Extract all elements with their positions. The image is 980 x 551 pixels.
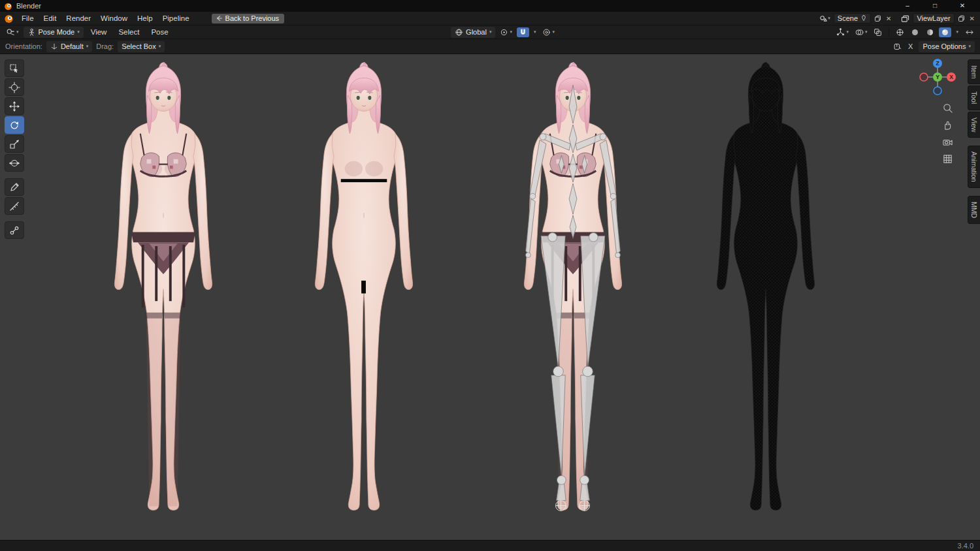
proportional-editing-toggle[interactable]: ▾ [540,27,557,37]
blender-window: Blender – □ ✕ File Edit Render Window He… [0,0,980,551]
editor-3d-viewport-icon [6,27,15,37]
shading-solid-icon [911,28,919,37]
menu-edit[interactable]: Edit [39,13,61,24]
shading-wireframe-icon [896,28,904,37]
model-textured[interactable] [91,62,235,522]
shading-dropdown[interactable]: ▾ [954,29,960,35]
gizmo-z-label: Z [936,60,939,67]
browse-scene-button[interactable]: ▾ [818,14,832,23]
shading-wireframe-button[interactable] [894,27,906,37]
zoom-button[interactable] [941,101,954,114]
tab-view[interactable]: View [968,112,980,138]
tool-tweak-select[interactable] [5,59,24,77]
gizmo-axis-neg-x[interactable] [920,73,928,81]
tab-mmd[interactable]: MMD [968,196,980,224]
menu-render[interactable]: Render [61,13,95,24]
transform-orientation-dropdown[interactable]: Global▾ [451,27,495,38]
tab-separator [968,139,980,144]
viewlayer-name-field[interactable]: ViewLayer [913,13,954,24]
app-menu-blender-icon[interactable] [4,14,14,24]
viewport-toolbar [5,59,24,239]
toggle-perspective-button[interactable] [941,152,954,165]
keymap-icon[interactable] [893,42,902,51]
editor-type-selector[interactable]: ▾ [4,27,21,37]
duplicate-icon [874,15,881,22]
remove-viewlayer-button[interactable]: ✕ [968,15,976,22]
viewport-nav-buttons [941,101,954,165]
pose-options-dropdown[interactable]: Pose Options▾ [919,41,975,52]
scene-name-field[interactable]: Scene [834,13,871,24]
menu-select[interactable]: Select [114,27,144,37]
tool-transform[interactable] [5,154,24,172]
model-base-body[interactable] [292,62,436,522]
tool-rotate[interactable] [5,116,24,134]
pin-icon[interactable] [860,15,867,22]
snap-toggle[interactable] [517,27,529,37]
xray-toggle[interactable] [872,27,884,37]
window-controls: – □ ✕ [894,0,976,12]
pivot-point-dropdown[interactable]: ▾ [498,27,514,37]
snap-settings-dropdown[interactable]: ▾ [532,29,538,35]
back-to-previous-button[interactable]: Back to Previous [212,14,285,24]
gizmo-y-label: Y [936,74,939,80]
gizmo-toggle-icon [836,28,845,37]
menu-window[interactable]: Window [96,13,132,24]
blender-version: 3.4.0 [958,542,973,550]
viewport-display-controls: ▾ ▾ [834,27,976,37]
orientation-dropdown[interactable]: Default▾ [46,41,92,52]
toolbar-separator [5,173,24,177]
menu-pipeline[interactable]: Pipeline [158,13,194,24]
tool-measure[interactable] [5,197,24,215]
tab-item[interactable]: Item [968,59,980,84]
drag-dropdown[interactable]: Select Box▾ [118,41,165,52]
sidebar-tabs: Item Tool View Animation MMD [968,59,980,224]
tool-move[interactable] [5,97,24,115]
keymap-x-label[interactable]: X [906,42,915,50]
pan-button[interactable] [941,118,954,131]
camera-view-button[interactable] [941,135,954,148]
menu-view[interactable]: View [86,27,112,37]
drag-label: Drag: [96,42,114,50]
divider [889,27,889,37]
viewlayer-icon-button[interactable] [900,14,911,23]
tool-settings-right: X Pose Options▾ [893,41,975,52]
model-armature-pose[interactable] [501,62,645,522]
overlays-icon [855,28,864,37]
show-gizmo-dropdown[interactable]: ▾ [834,27,851,37]
tool-pose-breakdowner[interactable] [5,221,24,239]
scene-browse-icon [819,14,828,23]
maximize-button[interactable]: □ [921,0,949,12]
shading-material-icon [926,28,934,37]
pose-mode-icon [27,28,36,37]
show-overlays-dropdown[interactable]: ▾ [853,27,870,37]
tab-tool[interactable]: Tool [968,86,980,110]
menu-help[interactable]: Help [133,13,157,24]
grid-icon [942,153,953,165]
viewport-header: ▾ Pose Mode▾ View Select Pose Global▾ ▾ [0,25,980,39]
viewlayer-icon [901,14,909,23]
shading-material-button[interactable] [924,27,936,37]
tab-animation[interactable]: Animation [968,146,980,188]
tool-settings-bar: Orientation: Default▾ Drag: Select Box▾ … [0,39,980,54]
window-title: Blender [16,2,41,10]
viewport-3d[interactable]: Z X Y Item Tool View [0,54,980,540]
model-wireframe[interactable] [694,62,838,522]
menu-file[interactable]: File [17,13,39,24]
mode-dropdown[interactable]: Pose Mode▾ [24,27,84,38]
tab-separator [968,189,980,195]
close-button[interactable]: ✕ [949,0,976,12]
new-scene-button[interactable] [873,15,883,22]
tool-annotate[interactable] [5,178,24,196]
navigation-gizmo[interactable]: Z X Y [919,58,956,96]
tool-cursor-3d[interactable] [5,78,24,96]
gizmo-axis-neg-z[interactable] [934,87,941,95]
tool-scale[interactable] [5,135,24,153]
minimize-button[interactable]: – [894,0,921,12]
editor-resize-arrows[interactable] [963,27,976,37]
unlink-scene-button[interactable]: ✕ [885,15,892,22]
statusbar: 3.4.0 [0,540,980,551]
shading-solid-button[interactable] [909,27,921,37]
new-viewlayer-button[interactable] [956,15,966,22]
menu-pose[interactable]: Pose [146,27,172,37]
shading-rendered-button[interactable] [939,27,951,37]
